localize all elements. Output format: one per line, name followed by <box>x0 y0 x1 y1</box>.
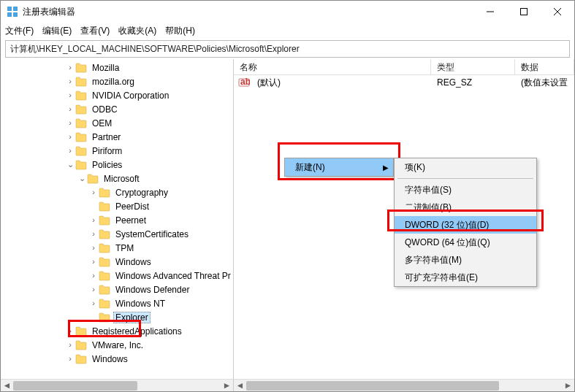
tree-item-label: Windows <box>113 256 153 268</box>
expand-icon[interactable]: › <box>65 119 75 127</box>
expand-icon[interactable]: › <box>65 327 75 335</box>
submenu-arrow-icon: ▶ <box>383 164 389 172</box>
expand-icon[interactable]: › <box>65 355 75 363</box>
tree-item[interactable]: ›Peernet <box>1 213 233 227</box>
col-data[interactable]: 数据 <box>515 59 574 74</box>
ctx-new-qword[interactable]: QWORD (64 位)值(Q) <box>395 234 536 251</box>
folder-icon <box>75 118 87 128</box>
tree-item[interactable]: ›Partner <box>1 130 233 144</box>
tree-hscrollbar[interactable]: ◄ ► <box>1 379 233 391</box>
folder-icon <box>75 63 87 73</box>
folder-icon <box>99 243 110 253</box>
expand-icon[interactable]: › <box>65 147 75 155</box>
expand-icon[interactable]: › <box>88 230 99 238</box>
tree-item[interactable]: ›Explorer <box>1 310 233 324</box>
tree-item[interactable]: ›mozilla.org <box>1 74 233 88</box>
expand-icon[interactable]: › <box>88 258 99 266</box>
expand-icon[interactable]: › <box>88 216 99 224</box>
collapse-icon[interactable]: ⌄ <box>77 174 87 182</box>
values-hscrollbar[interactable]: ◄ ► <box>234 379 574 391</box>
address-bar[interactable]: 计算机\HKEY_LOCAL_MACHINE\SOFTWARE\Policies… <box>5 40 570 58</box>
svg-rect-3 <box>13 12 18 17</box>
tree-item[interactable]: ›ODBC <box>1 102 233 116</box>
expand-icon[interactable]: › <box>65 105 75 113</box>
folder-icon <box>99 285 110 295</box>
tree-item-label: PeerDist <box>113 201 151 212</box>
tree-item-label: RegisteredApplications <box>90 326 184 337</box>
col-name[interactable]: 名称 <box>234 59 431 74</box>
tree-item[interactable]: ›RegisteredApplications <box>1 324 233 338</box>
tree-item-label: Policies <box>90 159 124 171</box>
folder-icon <box>99 299 110 309</box>
tree-item-label: OEM <box>90 118 114 129</box>
tree-item[interactable]: ›Piriform <box>1 144 233 158</box>
collapse-icon[interactable]: ⌄ <box>65 161 75 169</box>
tree-item[interactable]: ›Windows Advanced Threat Pr <box>1 269 233 283</box>
tree-item[interactable]: ›Windows <box>1 352 233 366</box>
expand-icon[interactable]: › <box>88 272 99 280</box>
menu-edit[interactable]: 编辑(E) <box>42 25 72 37</box>
tree-item[interactable]: ›Windows Defender <box>1 283 233 296</box>
tree-item[interactable]: ›TPM <box>1 241 233 255</box>
expand-icon[interactable]: › <box>65 341 75 349</box>
tree-item-label: Windows Defender <box>113 284 191 296</box>
svg-rect-0 <box>7 7 12 11</box>
tree-item[interactable]: ⌄Policies <box>1 158 233 172</box>
menu-view[interactable]: 查看(V) <box>80 25 110 37</box>
ctx-new-key[interactable]: 项(K) <box>395 158 536 176</box>
menu-file[interactable]: 文件(F) <box>5 25 34 37</box>
folder-icon <box>75 132 87 142</box>
tree-item[interactable]: ›Windows NT <box>1 296 233 310</box>
expand-icon[interactable]: › <box>65 64 75 72</box>
svg-rect-5 <box>521 9 528 15</box>
context-menu: 新建(N) ▶ <box>284 158 394 177</box>
expand-icon[interactable]: › <box>65 91 75 99</box>
expand-icon[interactable]: › <box>88 299 99 307</box>
title-bar: 注册表编辑器 <box>1 1 574 23</box>
scroll-right-icon[interactable]: ► <box>221 380 233 392</box>
tree-item[interactable]: ›NVIDIA Corporation <box>1 88 233 102</box>
value-row[interactable]: ab (默认) REG_SZ (数值未设置 <box>234 75 574 90</box>
col-type[interactable]: 类型 <box>431 59 515 74</box>
tree-item[interactable]: ›Mozilla <box>1 61 233 74</box>
ctx-new[interactable]: 新建(N) ▶ <box>285 158 393 176</box>
maximize-button[interactable] <box>507 1 541 23</box>
scroll-right-icon[interactable]: ► <box>562 380 574 392</box>
ctx-new-binary[interactable]: 二进制值(B) <box>395 199 536 216</box>
ctx-new-dword[interactable]: DWORD (32 位)值(D) <box>395 216 536 234</box>
expand-icon[interactable]: › <box>88 285 99 293</box>
tree-item-label: Partner <box>90 131 123 143</box>
tree-item[interactable]: ›Windows <box>1 255 233 269</box>
expand-icon[interactable]: › <box>88 244 99 252</box>
value-data: (数值未设置 <box>515 75 574 91</box>
tree-item-label: SystemCertificates <box>113 228 191 240</box>
tree-item-label: mozilla.org <box>90 76 137 88</box>
expand-icon[interactable]: › <box>65 77 75 85</box>
minimize-button[interactable] <box>473 1 507 23</box>
expand-icon[interactable]: › <box>65 133 75 141</box>
menu-favorites[interactable]: 收藏夹(A) <box>118 25 156 37</box>
tree-item[interactable]: ›PeerDist <box>1 199 233 213</box>
ctx-new-string[interactable]: 字符串值(S) <box>395 181 536 199</box>
string-value-icon: ab <box>238 77 250 88</box>
tree-item[interactable]: ⌄Microsoft <box>1 172 233 185</box>
tree-item[interactable]: ›VMware, Inc. <box>1 338 233 352</box>
scroll-left-icon[interactable]: ◄ <box>1 380 13 392</box>
tree-item[interactable]: ›OEM <box>1 116 233 130</box>
close-button[interactable] <box>541 1 574 23</box>
ctx-new-expandstring[interactable]: 可扩充字符串值(E) <box>395 269 536 286</box>
tree-item[interactable]: ›SystemCertificates <box>1 227 233 241</box>
scroll-left-icon[interactable]: ◄ <box>234 380 246 392</box>
expand-icon[interactable]: › <box>88 188 99 196</box>
tree-pane: ›Mozilla›mozilla.org›NVIDIA Corporation›… <box>1 59 234 391</box>
context-submenu-new: 项(K) 字符串值(S) 二进制值(B) DWORD (32 位)值(D) QW… <box>394 158 537 287</box>
svg-rect-1 <box>13 7 18 11</box>
column-headers: 名称 类型 数据 <box>234 59 574 75</box>
tree-item[interactable]: ›Cryptography <box>1 185 233 199</box>
ctx-new-multistring[interactable]: 多字符串值(M) <box>395 251 536 269</box>
folder-icon <box>99 229 110 239</box>
folder-icon <box>99 215 110 226</box>
folder-icon <box>75 340 87 350</box>
folder-icon <box>75 326 87 337</box>
menu-help[interactable]: 帮助(H) <box>165 25 195 37</box>
